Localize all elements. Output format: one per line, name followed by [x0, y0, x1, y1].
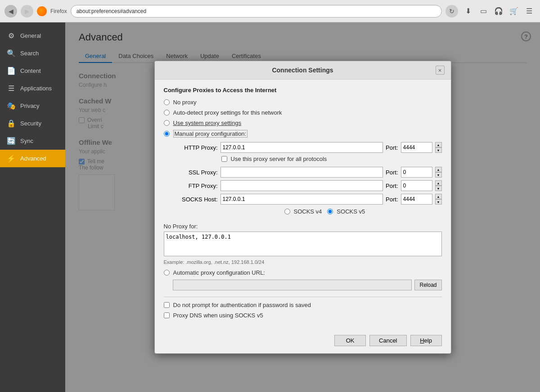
cancel-button[interactable]: Cancel — [369, 335, 406, 346]
sidebar-item-advanced[interactable]: ⚡ Advanced — [0, 150, 65, 167]
manual-proxy-radio[interactable] — [164, 131, 170, 137]
firefox-logo — [37, 6, 47, 16]
no-proxy-textarea[interactable]: localhost, 127.0.0.1 — [164, 232, 442, 256]
sidebar-label-general: General — [20, 32, 41, 39]
ssl-port-down[interactable]: ▼ — [435, 172, 442, 178]
socks-v4-radio[interactable] — [284, 209, 290, 214]
http-port-down[interactable]: ▼ — [435, 147, 442, 153]
help-button[interactable]: Help — [410, 335, 442, 346]
close-button[interactable]: × — [436, 66, 445, 75]
ssl-proxy-input[interactable] — [220, 167, 383, 178]
auto-proxy-input-row: Reload — [173, 280, 442, 290]
auto-proxy-radio[interactable] — [164, 270, 170, 276]
socks-port-input[interactable] — [401, 194, 432, 205]
sidebar-label-search: Search — [20, 50, 39, 57]
sidebar-label-content: Content — [20, 67, 41, 74]
modal-title: Connection Settings — [170, 67, 436, 74]
reload-button[interactable]: Reload — [414, 280, 441, 290]
auto-detect-option[interactable]: Auto-detect proxy settings for this netw… — [164, 109, 442, 116]
sidebar-label-privacy: Privacy — [20, 102, 40, 109]
sidebar-item-security[interactable]: 🔒 Security — [0, 115, 65, 132]
socks-v4-option[interactable]: SOCKS v4 — [284, 208, 322, 215]
ssl-port-up[interactable]: ▲ — [435, 167, 442, 172]
http-port-input[interactable] — [401, 142, 432, 153]
no-auth-prompt-row: Do not prompt for authentication if pass… — [164, 302, 442, 308]
address-bar[interactable]: about:preferences#advanced — [71, 5, 442, 18]
modal-header: Connection Settings × — [155, 61, 451, 80]
socks-port-up[interactable]: ▲ — [435, 194, 442, 199]
system-proxy-radio[interactable] — [164, 120, 170, 126]
http-port-label: Port: — [386, 144, 398, 151]
use-proxy-row: Use this proxy server for all protocols — [221, 156, 442, 162]
sidebar-item-content[interactable]: 📄 Content — [0, 62, 65, 80]
proxy-section-title: Configure Proxies to Access the Internet — [164, 87, 442, 94]
sidebar-toggle-icon[interactable]: ▭ — [477, 5, 490, 18]
system-proxy-option[interactable]: Use system proxy settings — [164, 120, 442, 126]
sync-icon: 🔄 — [7, 137, 16, 145]
sidebar-item-general[interactable]: ⚙ General — [0, 27, 65, 45]
sidebar-label-advanced: Advanced — [20, 155, 46, 162]
http-port-up[interactable]: ▲ — [435, 142, 442, 147]
auto-proxy-url-input[interactable] — [173, 280, 412, 290]
sidebar-label-applications: Applications — [20, 85, 52, 92]
ftp-port-spinner[interactable]: ▲ ▼ — [435, 180, 442, 191]
pocket-icon[interactable]: 🎧 — [492, 5, 505, 18]
no-auth-checkbox[interactable] — [164, 302, 170, 308]
search-icon: 🔍 — [7, 49, 16, 58]
modal-footer: OK Cancel Help — [155, 330, 451, 353]
socks-v4-label: SOCKS v4 — [294, 208, 322, 215]
menu-icon[interactable]: ☰ — [523, 5, 536, 18]
socks-v5-option[interactable]: SOCKS v5 — [327, 208, 365, 215]
sidebar-label-security: Security — [20, 120, 41, 127]
socks-port-down[interactable]: ▼ — [435, 199, 442, 205]
manual-proxy-option[interactable]: Manual proxy configuration: — [164, 130, 442, 138]
ftp-port-label: Port: — [386, 183, 398, 189]
back-button[interactable]: ◀ — [4, 5, 17, 18]
ssl-port-spinner[interactable]: ▲ ▼ — [435, 167, 442, 178]
no-proxy-for-label: No Proxy for: — [164, 223, 442, 230]
http-port-spinner[interactable]: ▲ ▼ — [435, 142, 442, 153]
sidebar-item-applications[interactable]: ☰ Applications — [0, 80, 65, 97]
general-icon: ⚙ — [7, 31, 16, 40]
ssl-proxy-row: SSL Proxy: Port: ▲ ▼ — [164, 167, 442, 178]
http-proxy-row: HTTP Proxy: Port: ▲ ▼ — [164, 142, 442, 153]
sidebar-item-sync[interactable]: 🔄 Sync — [0, 132, 65, 150]
refresh-button[interactable]: ↻ — [446, 5, 458, 18]
no-proxy-option[interactable]: No proxy — [164, 99, 442, 106]
socks-port-spinner[interactable]: ▲ ▼ — [435, 194, 442, 205]
modal-body: Configure Proxies to Access the Internet… — [155, 80, 451, 330]
ftp-proxy-input[interactable] — [220, 180, 383, 191]
auto-detect-radio[interactable] — [164, 110, 170, 116]
shopping-icon[interactable]: 🛒 — [508, 5, 520, 18]
ftp-port-up[interactable]: ▲ — [435, 180, 442, 186]
http-proxy-input[interactable] — [220, 142, 383, 153]
sidebar-item-search[interactable]: 🔍 Search — [0, 45, 65, 62]
socks-v5-radio[interactable] — [327, 209, 333, 214]
ssl-port-input[interactable] — [401, 167, 432, 178]
auto-proxy-row[interactable]: Automatic proxy configuration URL: — [164, 269, 442, 276]
sidebar-item-privacy[interactable]: 🎭 Privacy — [0, 97, 65, 115]
no-proxy-radio[interactable] — [164, 99, 170, 105]
downloads-icon[interactable]: ⬇ — [462, 5, 474, 18]
socks-v5-label: SOCKS v5 — [337, 208, 365, 215]
ftp-port-input[interactable] — [401, 180, 432, 191]
proxy-fields: HTTP Proxy: Port: ▲ ▼ Use — [164, 142, 442, 218]
forward-button[interactable]: ▶ — [21, 5, 33, 18]
proxy-dns-label: Proxy DNS when using SOCKS v5 — [173, 312, 263, 319]
proxy-dns-checkbox[interactable] — [164, 312, 170, 318]
ok-button[interactable]: OK — [334, 335, 366, 346]
use-all-proxy-checkbox[interactable] — [221, 156, 227, 162]
privacy-icon: 🎭 — [7, 102, 16, 110]
auto-proxy-url-label: Automatic proxy configuration URL: — [173, 269, 265, 276]
ftp-port-down[interactable]: ▼ — [435, 186, 442, 191]
main-layout: ⚙ General 🔍 Search 📄 Content ☰ Applicati… — [0, 22, 540, 392]
security-icon: 🔒 — [7, 119, 16, 128]
system-proxy-label: Use system proxy settings — [173, 120, 242, 126]
socks-host-input[interactable] — [220, 194, 383, 205]
proxy-dns-row: Proxy DNS when using SOCKS v5 — [164, 312, 442, 319]
no-proxy-section: No Proxy for: localhost, 127.0.0.1 Examp… — [164, 223, 442, 265]
manual-proxy-label: Manual proxy configuration: — [173, 130, 248, 138]
browser-chrome: ◀ ▶ Firefox about:preferences#advanced ↻… — [0, 0, 540, 22]
divider — [164, 297, 442, 297]
modal-overlay: Connection Settings × Configure Proxies … — [65, 22, 540, 392]
